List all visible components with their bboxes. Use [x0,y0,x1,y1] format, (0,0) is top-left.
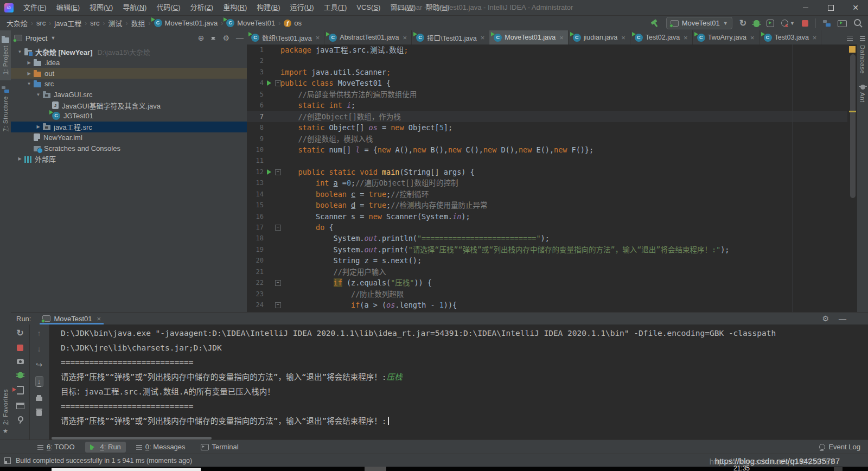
editor-tab-0[interactable]: C数组\Test01.java× [247,30,324,44]
pin-tab-button[interactable] [18,416,23,422]
prev-occurrence-button[interactable]: ↑ [37,329,41,338]
close-icon[interactable]: × [316,34,320,42]
tree-item-6[interactable]: CJGTest01 [11,111,247,122]
breadcrumb-item-8[interactable]: fos [283,19,303,27]
bottom-tab-messages[interactable]: 0: Messages [131,442,190,453]
soft-wrap-button[interactable]: ↪ [36,360,42,369]
code-line[interactable]: 24− if(a > (os.length - 1)){ [247,300,847,310]
menu-item-4[interactable]: 代码(C) [151,0,185,15]
locate-file-button[interactable]: ⊕ [198,34,205,42]
tool-strip-ant[interactable]: Ant [857,79,868,108]
breadcrumb-item-0[interactable]: 大杂烩 [5,18,29,28]
profiler-button[interactable]: ▼ [781,20,795,27]
expand-arrow-icon[interactable]: ▶ [24,60,34,65]
code-line[interactable]: 11 [247,155,847,166]
project-structure-button[interactable] [823,20,831,27]
tree-item-5[interactable]: JJavaGUI基础字符及其含义.java [11,100,247,111]
warning-stripe-mark[interactable] [849,46,856,53]
maximize-button[interactable] [818,0,843,15]
menu-item-10[interactable]: VCS(S) [352,0,385,15]
tree-item-0[interactable]: ▼大杂烩 [NewYear]D:\java15\大杂烩 [11,47,247,58]
breadcrumb-item-7[interactable]: CMoveTest01 [225,19,276,27]
bottom-tab-run[interactable]: 4: Run [85,442,126,453]
code-line[interactable]: 4−public class MoveTest01 { [247,78,847,88]
menu-item-6[interactable]: 重构(R) [218,0,252,15]
code-line[interactable]: 5 //局部变量供栈方法的遍历数组使用 [247,89,847,100]
menu-item-9[interactable]: 工具(T) [319,0,352,15]
rerun-failed-button[interactable] [17,372,23,379]
restore-layout-button[interactable] [16,403,24,409]
tool-strip-structure[interactable]: 7: Structure [0,80,11,137]
tool-strip-database[interactable]: Database [857,30,868,79]
coverage-button[interactable] [767,20,774,27]
tree-item-7[interactable]: ▶java工程.src [11,122,247,132]
hide-run-panel-button[interactable]: — [839,314,846,323]
tree-item-8[interactable]: NewYear.iml [11,132,247,143]
code-editor[interactable]: 1package java工程.src.测试.数组;23import java.… [247,44,847,312]
code-line[interactable]: 18 System.out.println("=================… [247,233,847,244]
menu-item-0[interactable]: 文件(F) [18,0,52,15]
stop-button[interactable] [802,20,808,27]
code-line[interactable]: 23 //防止数列超限 [247,289,847,300]
tree-item-1[interactable]: ▶.idea [11,58,247,68]
expand-arrow-icon[interactable]: ▼ [15,49,24,54]
run-console-tab[interactable]: MoveTest01 × [40,313,104,324]
run-settings-gear-button[interactable]: ⚙ [822,314,829,323]
bottom-tab-todo[interactable]: 6: TODO [33,442,80,453]
menu-item-7[interactable]: 构建(B) [252,0,285,15]
close-icon[interactable]: × [97,315,101,323]
code-line[interactable]: 8 static Object[] os = new Object[5]; [247,122,847,133]
breadcrumb-item-5[interactable]: 数组 [130,18,146,28]
code-line[interactable]: 10 static num[] l = {new A(),new B(),new… [247,144,847,155]
close-icon[interactable]: × [481,34,485,42]
breadcrumb-item-3[interactable]: src [89,19,100,27]
close-icon[interactable]: × [750,34,755,42]
stop-button[interactable] [17,345,23,351]
dump-threads-button[interactable] [17,359,24,364]
code-line[interactable]: 19 System.out.print("请选择“压栈”“弹栈”或“列出栈内存中… [247,244,847,255]
code-line[interactable]: 6 static int i; [247,100,847,111]
code-line[interactable]: 21 //判定用户输入 [247,266,847,277]
code-line[interactable]: 22− if (z.equals("压栈")) { [247,277,847,288]
tree-item-9[interactable]: Scratches and Consoles [11,143,247,154]
menu-item-1[interactable]: 编辑(E) [52,0,85,15]
code-line[interactable]: 9 //创建数组，模拟入栈 [247,133,847,144]
collapse-all-button[interactable] [210,35,216,42]
settings-gear-button[interactable]: ⚙ [222,34,229,42]
search-everywhere-button[interactable] [854,19,861,26]
code-line[interactable]: 7 //创建Object[]数组，作为栈 [247,111,847,122]
editor-tab-5[interactable]: CTest02.java× [630,30,693,44]
tree-item-4[interactable]: ▼JavaGUI.src [11,90,247,100]
run-config-select[interactable]: MoveTest01 ▼ [666,17,732,29]
expand-arrow-icon[interactable]: ▼ [24,81,34,86]
hide-panel-button[interactable]: — [236,34,244,42]
rerun-button[interactable]: ↻ [16,329,23,338]
tool-window-toggle-icon[interactable] [4,457,11,464]
close-icon[interactable]: × [621,34,626,42]
menu-item-2[interactable]: 视图(V) [85,0,118,15]
code-line[interactable]: 12− public static void main(String[] arg… [247,167,847,177]
close-icon[interactable]: × [403,34,407,42]
exit-button[interactable] [17,386,24,394]
editor-tab-4[interactable]: Cjiudian.java× [569,30,630,44]
code-line[interactable]: 1package java工程.src.测试.数组; [247,44,847,55]
expand-arrow-icon[interactable]: ▶ [24,71,34,76]
event-log-button[interactable]: Event Log [819,443,860,451]
breadcrumb-item-1[interactable]: src [35,19,47,27]
debug-button[interactable] [754,20,760,27]
editor-tab-2[interactable]: C接口\Test01.java× [412,30,489,44]
next-occurrence-button[interactable]: ↓ [37,345,41,353]
code-line[interactable]: 16 Scanner s = new Scanner(System.in); [247,211,847,222]
warning-stripe-mark[interactable] [849,111,856,112]
menu-item-5[interactable]: 分析(Z) [186,0,219,15]
tree-item-3[interactable]: ▼src [11,79,247,90]
close-button[interactable]: ✕ [843,0,868,15]
code-line[interactable]: 3import java.util.Scanner; [247,67,847,78]
code-line[interactable]: 17− do { [247,222,847,233]
tree-item-10[interactable]: ▶外部库 [11,154,247,164]
scroll-to-end-button[interactable]: ↓ [35,376,43,387]
tree-item-2[interactable]: ▶out [11,68,247,79]
editor-tab-1[interactable]: CAbstractTest01.java× [324,30,412,44]
breadcrumb-item-4[interactable]: 测试 [107,18,124,28]
tool-strip-project[interactable]: 1: Project [0,30,11,80]
